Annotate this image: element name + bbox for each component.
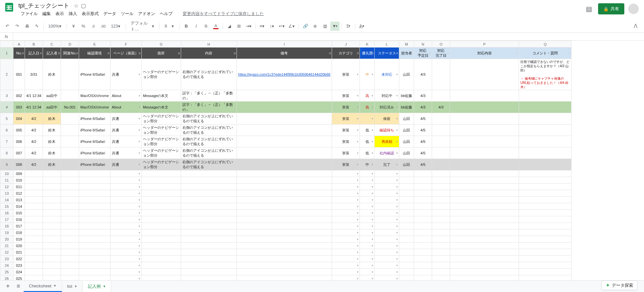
cell-status[interactable]: ▼ [375, 197, 399, 203]
cell[interactable] [79, 269, 111, 275]
filter-icon[interactable]: ≡ [40, 51, 42, 55]
cell[interactable] [450, 203, 519, 210]
dropdown-icon[interactable]: ▼ [396, 152, 398, 155]
cell-page[interactable]: ▼ [110, 170, 141, 177]
cell[interactable] [399, 170, 414, 177]
cell[interactable] [414, 216, 432, 223]
cell-page[interactable]: ▼ [110, 216, 141, 223]
cell[interactable] [25, 184, 43, 190]
menu-view[interactable]: 表示 [53, 10, 66, 18]
cell-cat[interactable]: ▼ [332, 229, 360, 236]
col-header-D[interactable]: D [61, 41, 79, 48]
font-size-selector[interactable]: 9 ▼ [162, 22, 177, 31]
cell[interactable] [414, 249, 432, 256]
cell[interactable] [237, 243, 332, 249]
cell-comment[interactable] [519, 102, 571, 113]
row-header-13[interactable]: 13 [0, 190, 13, 197]
cell-author[interactable]: 鈴木 [43, 125, 61, 136]
cell[interactable] [141, 243, 181, 249]
dropdown-icon[interactable]: ▼ [396, 129, 398, 132]
dropdown-icon[interactable]: ▼ [356, 257, 359, 260]
cell[interactable] [25, 223, 43, 229]
cell[interactable] [399, 210, 414, 216]
cell[interactable] [432, 216, 450, 223]
cell-status[interactable]: ▼ [375, 177, 399, 184]
dropdown-icon[interactable]: ▼ [396, 205, 398, 208]
cell-page[interactable]: About▼ [110, 102, 141, 113]
cell[interactable] [79, 177, 111, 184]
dropdown-icon[interactable]: ▼ [138, 264, 141, 267]
cell-cat[interactable]: 実装▼ [332, 159, 360, 170]
cell[interactable] [450, 269, 519, 275]
cell-rel[interactable] [61, 125, 79, 136]
rotate-icon[interactable]: ∠ ▼ [287, 22, 297, 31]
cell-no[interactable]: 012 [13, 190, 25, 197]
row-header-8[interactable]: 8 [0, 147, 13, 159]
cell[interactable] [141, 269, 181, 275]
cell[interactable] [79, 249, 111, 256]
cell[interactable] [61, 236, 79, 243]
cell[interactable] [61, 269, 79, 275]
cell[interactable] [181, 269, 237, 275]
cell-status[interactable]: ▼ [375, 190, 399, 197]
dropdown-icon[interactable]: ▼ [356, 106, 359, 109]
cell-no[interactable]: 024 [13, 269, 25, 275]
cell-cat[interactable]: ▼ [332, 243, 360, 249]
filter-icon[interactable]: ≡ [234, 51, 236, 55]
collapse-toolbar-icon[interactable]: ᐱ [631, 22, 640, 31]
cell[interactable] [519, 256, 571, 262]
cell[interactable] [25, 210, 43, 216]
cell-page[interactable]: 共通▼ [110, 125, 141, 136]
cell[interactable] [519, 210, 571, 216]
cell-status[interactable]: ▼ [375, 243, 399, 249]
cell-place[interactable]: ヘッダーのナビゲーション部分 [141, 159, 181, 170]
cell[interactable] [43, 203, 61, 210]
cell[interactable] [61, 170, 79, 177]
col-header-H[interactable]: H [181, 41, 237, 48]
tab-checksheet[interactable]: Checksheet▼ [24, 281, 62, 281]
cell-content[interactable]: 右側のアイコンが上にずれているので揃える [181, 147, 237, 159]
col-header-J[interactable]: J [332, 41, 360, 48]
cell-prio[interactable]: ▼ [360, 184, 375, 190]
cell[interactable] [519, 184, 571, 190]
cell-rel[interactable] [61, 59, 79, 90]
cell-prio[interactable]: ▼ [360, 262, 375, 269]
cell-rel[interactable] [61, 136, 79, 147]
dropdown-icon[interactable]: ▼ [396, 231, 398, 234]
v-align-icon[interactable]: ↕ ▼ [268, 22, 277, 31]
cell[interactable] [181, 243, 237, 249]
cell-prio[interactable]: 低▼ [360, 136, 375, 147]
cell[interactable] [43, 184, 61, 190]
cell[interactable] [414, 229, 432, 236]
cell-prio[interactable]: 高▼ [360, 102, 375, 113]
increase-decimal[interactable]: .00 [98, 22, 108, 31]
dropdown-icon[interactable]: ▼ [371, 117, 374, 120]
cell[interactable] [237, 190, 332, 197]
cell-cat[interactable]: ▼ [332, 203, 360, 210]
borders-icon[interactable]: ⊞ [235, 22, 244, 31]
col-header-L[interactable]: L [375, 41, 399, 48]
cell-status[interactable]: ▼ [375, 184, 399, 190]
cell-place[interactable]: Messageの本文 [141, 102, 181, 113]
cell-no[interactable]: 010 [13, 177, 25, 184]
cell-status[interactable]: 完了▼ [375, 159, 399, 170]
cell-no[interactable]: 017 [13, 223, 25, 229]
cell[interactable] [79, 262, 111, 269]
cell[interactable] [519, 229, 571, 236]
cell[interactable] [61, 177, 79, 184]
dropdown-icon[interactable]: ▼ [356, 129, 359, 132]
cell-status[interactable]: 未対応▼ [375, 59, 399, 90]
cell-page[interactable]: ▼ [110, 229, 141, 236]
cell[interactable] [450, 243, 519, 249]
col-header-G[interactable]: G [141, 41, 181, 48]
cell[interactable] [450, 256, 519, 262]
cell[interactable] [399, 249, 414, 256]
comment-icon[interactable]: ⊕ [311, 22, 320, 31]
col-header-N[interactable]: N [414, 41, 432, 48]
cell-place[interactable]: ヘッダーのナビゲーション部分 [141, 125, 181, 136]
cell-page[interactable]: ▼ [110, 256, 141, 262]
cell[interactable] [399, 223, 414, 229]
cell[interactable] [237, 177, 332, 184]
filter-icon[interactable]: ≡ [429, 51, 431, 55]
cell-prio[interactable]: ▼ [360, 203, 375, 210]
